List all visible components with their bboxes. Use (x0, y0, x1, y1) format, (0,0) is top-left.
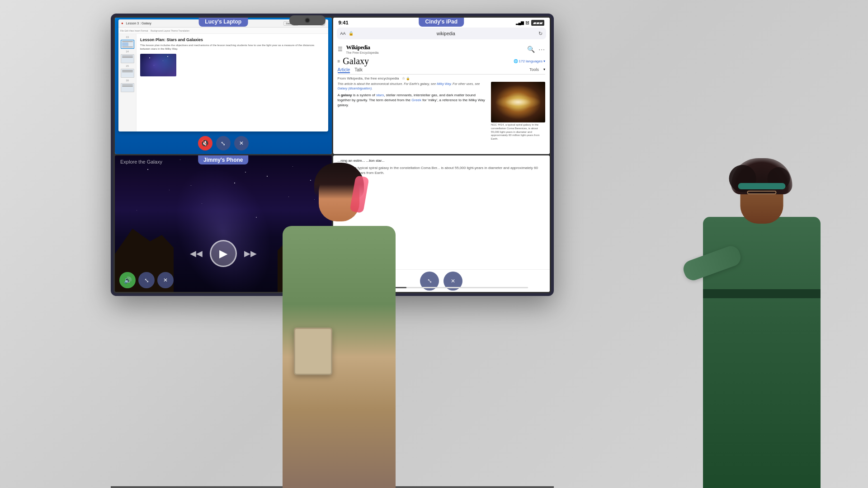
url-text[interactable]: wikipedia (356, 31, 536, 36)
wiki-page-title: Galaxy (343, 56, 510, 66)
doc-content: 13 14 (118, 34, 328, 131)
lang-count: 172 languages (519, 59, 543, 63)
display-bottom-bar (111, 486, 554, 488)
slide-thumb-4[interactable] (121, 83, 134, 92)
close-icon-ipad: ✕ (451, 278, 455, 284)
minimize-icon: ⤡ (221, 140, 226, 147)
volume-button[interactable]: 🔊 (119, 272, 136, 288)
wiki-logo: Wikipedia The Free Encyclopedia (346, 44, 524, 54)
play-icon: ▶ (219, 247, 227, 260)
laptop-desktop-bg: ● Lesson 3 : Galaxy Slideshow ▸ Share Fi… (115, 18, 332, 154)
rewind-button[interactable]: ◀◀ (190, 249, 203, 258)
wiki-talk-tab[interactable]: Talk (354, 67, 363, 73)
wiki-search-icon[interactable]: 🔍 (527, 46, 535, 53)
wiki-article-tab[interactable]: Article (338, 67, 350, 73)
slide-panel: 13 14 (118, 34, 137, 131)
close-button[interactable]: ✕ (234, 136, 249, 150)
screen-mode-icon: ⊞ (317, 277, 321, 283)
close-icon-phone: ✕ (163, 277, 168, 283)
wiki-tools[interactable]: Tools (529, 67, 539, 73)
disambiguation-text: This article is about the astronomical s… (338, 82, 488, 91)
wiki-body: This article is about the astronomical s… (338, 82, 546, 141)
slide-thumb-1[interactable] (121, 40, 134, 49)
wiki-tagline: The Free Encyclopedia (346, 51, 524, 54)
reload-button[interactable]: ↻ (538, 31, 542, 37)
nebula-overlay (140, 54, 176, 76)
close-button-phone[interactable]: ✕ (157, 272, 174, 288)
lock-icon: 🔒 (406, 77, 410, 80)
volume-icon: 🔊 (124, 277, 132, 284)
star-icon[interactable]: ☆ (402, 76, 405, 80)
wiki-language-button[interactable]: 🌐 172 languages ▾ (514, 59, 546, 63)
minimize-icon-ipad: ⤡ (427, 277, 432, 284)
display-board: Lucy's Laptop ● Lesson 3 : Galaxy Slides… (111, 14, 554, 296)
webcam-lens (305, 18, 310, 23)
slide-image (140, 54, 176, 76)
wifi-icon: 𝌤 (525, 20, 529, 25)
quadrant-ipad-top: Cindy's iPad 9:41 ▂▄▆ 𝌤 ▰▰▰ AA 🔒 wikiped… (333, 18, 550, 154)
player-controls: ◀◀ ▶ ▶▶ (190, 240, 257, 267)
galaxy-disambig-link[interactable]: Galaxy (disambiguation) (338, 87, 372, 90)
wiki-header: ☰ Wikipedia The Free Encyclopedia 🔍 ··· (338, 44, 546, 54)
webcam (289, 15, 326, 25)
ipad-progress-fill (354, 287, 406, 288)
minimize-button[interactable]: ⤡ (216, 136, 231, 150)
wiki-text-column: This article is about the astronomical s… (338, 82, 488, 141)
ipad-url-bar[interactable]: AA 🔒 wikipedia ↻ (337, 28, 547, 39)
lucys-laptop-label: Lucy's Laptop (198, 18, 248, 27)
quadrant-laptop: Lucy's Laptop ● Lesson 3 : Galaxy Slides… (115, 18, 332, 154)
doc-window: ● Lesson 3 : Galaxy Slideshow ▸ Share Fi… (118, 19, 328, 131)
slide-body: This lesson plan includes the objectives… (140, 44, 325, 51)
battery-icon: ▰▰▰ (531, 20, 544, 26)
chevron-down-icon: ▾ (543, 59, 545, 63)
wiki-extra-text: NGC 44... a typical spiral galaxy in the… (338, 165, 546, 175)
laptop-controls: 🔇 ⤡ ✕ (198, 136, 249, 150)
doc-toolbar: File Edit View Insert Format Background … (118, 28, 328, 34)
forward-button[interactable]: ▶▶ (244, 249, 257, 258)
url-lock-icon: 🔒 (349, 31, 354, 36)
milky-way-link[interactable]: Milky Way (437, 82, 451, 85)
wiki-list-icon: ≡ (338, 59, 340, 64)
screen-mode-button[interactable]: ⊞ (311, 272, 327, 288)
wiki-menu-icon[interactable]: ☰ (338, 46, 343, 52)
minimize-icon-phone: ⤡ (144, 277, 149, 284)
font-size-button[interactable]: AA (340, 31, 346, 36)
translate-icon: 🌐 (514, 59, 518, 63)
play-button[interactable]: ▶ (210, 240, 237, 267)
ipad-time: 9:41 (339, 20, 349, 25)
signal-icon: ▂▄▆ (516, 20, 524, 25)
greek-link[interactable]: Greek (411, 98, 421, 102)
wiki-name: Wikipedia (346, 44, 524, 51)
wiki-title-row: ≡ Galaxy 🌐 172 languages ▾ (338, 56, 546, 66)
stars-link[interactable]: stars (376, 93, 384, 97)
slide-thumb-2[interactable] (121, 54, 134, 63)
phone-background: Explore the Galaxy Jimmy's Phone ◀◀ ▶ ▶▶… (115, 155, 332, 292)
jimmys-phone-label: Jimmy's Phone (198, 155, 249, 164)
wiki-content: ☰ Wikipedia The Free Encyclopedia 🔍 ··· … (333, 41, 550, 153)
ipad-bottom-screen: ...ning an estim... ...lion star... NGC … (333, 155, 550, 292)
wiki-continued-text: ...ning an estim... ...lion star... (338, 158, 546, 164)
mute-icon: 🔇 (201, 139, 209, 147)
phone-bottom-controls: 🔊 ⤡ ✕ ⊞ (119, 272, 327, 288)
ipad-screen: 9:41 ▂▄▆ 𝌤 ▰▰▰ AA 🔒 wikipedia ↻ (333, 18, 550, 154)
ipad-progress-bar (354, 287, 528, 288)
wiki-more-icon[interactable]: ··· (538, 46, 545, 53)
quadrant-phone: Explore the Galaxy Jimmy's Phone ◀◀ ▶ ▶▶… (115, 155, 332, 292)
galaxy-spiral-overlay (491, 82, 545, 122)
wiki-inline-link[interactable]: NGC 44... (338, 166, 354, 170)
galaxy-image (491, 82, 545, 122)
minimize-button-phone[interactable]: ⤡ (138, 272, 155, 288)
mute-button[interactable]: 🔇 (198, 136, 212, 150)
doc-main-area: Lesson Plan: Stars and Galaxies This les… (137, 34, 328, 131)
ipad-bottom-controls: ⤡ ✕ (333, 269, 550, 292)
wiki-tools-chevron: ▾ (543, 67, 545, 73)
slide-thumb-3[interactable] (121, 69, 134, 78)
laptop-screen: ● Lesson 3 : Galaxy Slideshow ▸ Share Fi… (115, 18, 332, 154)
quadrant-ipad-bottom: ...ning an estim... ...lion star... NGC … (333, 155, 550, 292)
explore-label: Explore the Galaxy (120, 159, 162, 164)
wiki-from-line: From Wikipedia, the free encyclopedia ☆ … (338, 76, 546, 80)
wiki-tabs: Article Talk Tools ▾ (338, 67, 546, 75)
ipad-status-icons: ▂▄▆ 𝌤 ▰▰▰ (516, 20, 544, 26)
slide-title: Lesson Plan: Stars and Galaxies (140, 38, 325, 42)
wiki-from-text: From Wikipedia, the free encyclopedia (338, 76, 399, 80)
